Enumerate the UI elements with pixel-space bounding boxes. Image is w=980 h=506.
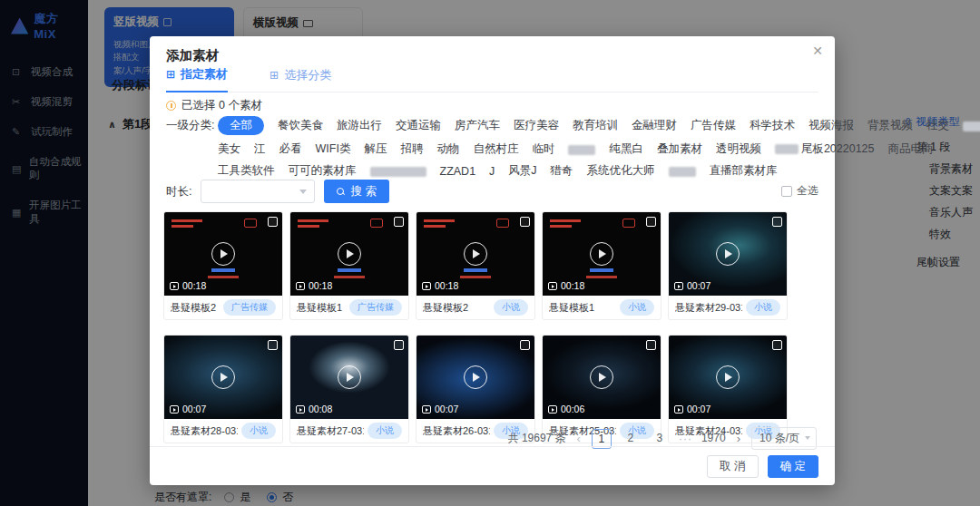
- category-chip[interactable]: 科学技术: [750, 118, 795, 133]
- card-checkbox[interactable]: [394, 217, 404, 227]
- video-thumbnail[interactable]: 00:07: [669, 212, 787, 296]
- card-checkbox[interactable]: [772, 340, 782, 350]
- prev-page-icon[interactable]: ‹: [575, 432, 583, 445]
- video-thumbnail[interactable]: 00:07: [164, 336, 282, 419]
- category-chip-redacted[interactable]: [370, 165, 426, 178]
- category-chip[interactable]: 解压: [364, 141, 387, 157]
- category-chip[interactable]: 尾板20220125: [775, 141, 875, 157]
- material-card[interactable]: 00:18悬疑模板2小说: [416, 211, 535, 320]
- play-icon[interactable]: [590, 242, 613, 266]
- next-page-icon[interactable]: ›: [735, 432, 742, 445]
- clip-icon: [296, 405, 305, 414]
- category-chip[interactable]: 旅游出行: [337, 118, 382, 133]
- category-chip[interactable]: 可可的素材库: [289, 163, 357, 179]
- card-checkbox[interactable]: [646, 217, 656, 227]
- tab-assign-material[interactable]: ⊞指定素材: [166, 66, 228, 92]
- close-icon[interactable]: ✕: [812, 44, 823, 58]
- category-row-1: 全部餐饮美食旅游出行交通运输房产汽车医疗美容教育培训金融理财广告传媒科学技术视频…: [218, 116, 818, 135]
- video-thumbnail[interactable]: 00:07: [669, 336, 787, 419]
- category-chip[interactable]: 房产汽车: [455, 118, 500, 133]
- category-chip[interactable]: 视频海报: [808, 118, 854, 133]
- category-chip[interactable]: J: [489, 165, 495, 178]
- play-icon[interactable]: [338, 365, 361, 389]
- category-chip[interactable]: 风景J: [508, 163, 536, 179]
- category-chip[interactable]: WIFI类: [316, 141, 351, 157]
- material-card[interactable]: 00:08悬疑素材27-0316小说: [289, 335, 409, 443]
- category-chip[interactable]: 叠加素材: [657, 141, 702, 157]
- category-chip[interactable]: ZZAD1: [440, 165, 476, 178]
- material-card[interactable]: 00:07悬疑素材28-0315小说: [163, 335, 283, 443]
- card-checkbox[interactable]: [772, 217, 782, 227]
- card-checkbox[interactable]: [394, 340, 404, 350]
- category-chip[interactable]: 交通运输: [396, 118, 441, 133]
- play-icon[interactable]: [590, 365, 613, 389]
- card-checkbox[interactable]: [268, 340, 278, 350]
- category-chip[interactable]: 纯黑白: [609, 141, 643, 157]
- category-chip[interactable]: 直播部素材库: [710, 163, 778, 179]
- category-chip[interactable]: 全部: [218, 116, 264, 135]
- duration-badge: 00:18: [548, 280, 584, 291]
- category-chip[interactable]: 餐饮美食: [278, 118, 323, 133]
- category-chip[interactable]: 广告传媒: [691, 118, 736, 133]
- category-chip[interactable]: 临时: [532, 141, 554, 157]
- clip-icon: [422, 405, 431, 414]
- category-chip-redacted[interactable]: [669, 165, 696, 178]
- duration-select[interactable]: [201, 180, 315, 203]
- play-icon[interactable]: [464, 242, 487, 266]
- material-card[interactable]: 00:18悬疑模板1小说: [542, 211, 662, 320]
- category-chip[interactable]: 背景视频: [867, 118, 913, 133]
- category-chip[interactable]: 商品电商: [888, 141, 934, 157]
- play-icon[interactable]: [338, 242, 361, 266]
- category-chip[interactable]: 社交: [926, 118, 949, 133]
- material-card[interactable]: 00:18悬疑模板2广告传媒: [163, 211, 283, 320]
- cancel-button[interactable]: 取 消: [707, 455, 758, 478]
- select-all-checkbox[interactable]: [781, 186, 792, 197]
- category-tag: 小说: [368, 423, 402, 439]
- video-thumbnail[interactable]: 00:18: [290, 212, 408, 296]
- confirm-button[interactable]: 确 定: [768, 455, 818, 478]
- play-icon[interactable]: [211, 242, 235, 266]
- video-thumbnail[interactable]: 00:07: [416, 336, 534, 419]
- category-chip[interactable]: 招聘: [400, 141, 423, 157]
- play-icon[interactable]: [716, 242, 740, 266]
- category-chip[interactable]: 工具类软件: [218, 163, 275, 179]
- category-chip[interactable]: 医疗美容: [514, 118, 559, 133]
- category-tag: 小说: [494, 299, 528, 316]
- category-chip[interactable]: 江: [254, 141, 266, 157]
- material-card[interactable]: 00:07悬疑素材29-0315小说: [668, 211, 788, 320]
- category-chip[interactable]: 猎奇: [551, 163, 573, 179]
- category-chip[interactable]: 教育培训: [573, 118, 618, 133]
- category-chip[interactable]: 美女: [218, 141, 240, 157]
- category-chip[interactable]: 动物: [436, 141, 459, 157]
- category-chip-redacted[interactable]: [963, 120, 980, 132]
- category-chip[interactable]: 透明视频: [716, 141, 761, 157]
- card-checkbox[interactable]: [520, 217, 530, 227]
- category-chip[interactable]: 系统优化大师: [587, 163, 655, 179]
- card-checkbox[interactable]: [646, 340, 656, 350]
- search-button[interactable]: 搜 索: [324, 180, 388, 203]
- play-icon[interactable]: [716, 365, 740, 389]
- play-icon[interactable]: [211, 365, 235, 389]
- category-chip[interactable]: 必看: [279, 141, 302, 157]
- video-thumbnail[interactable]: 00:08: [290, 336, 408, 419]
- material-grid: 00:18悬疑模板2广告传媒00:18悬疑模板1广告传媒00:18悬疑模板2小说…: [163, 211, 788, 443]
- card-checkbox[interactable]: [268, 217, 278, 227]
- duration-badge: 00:18: [296, 280, 332, 291]
- category-chip[interactable]: 金融理财: [632, 118, 677, 133]
- video-thumbnail[interactable]: 00:06: [543, 336, 661, 419]
- redacted-blur: [963, 122, 980, 131]
- play-icon[interactable]: [464, 365, 487, 389]
- tab-choose-category[interactable]: ⊞选择分类: [270, 66, 331, 92]
- video-thumbnail[interactable]: 00:18: [416, 212, 534, 296]
- search-row: 时长: 搜 索: [166, 180, 389, 203]
- category-chip[interactable]: 自然村庄: [473, 141, 518, 157]
- select-all[interactable]: 全选: [781, 183, 818, 199]
- video-thumbnail[interactable]: 00:18: [164, 212, 282, 296]
- card-checkbox[interactable]: [520, 340, 530, 350]
- category-chip-redacted[interactable]: [568, 143, 595, 156]
- thumb-decor: [338, 268, 361, 272]
- material-card[interactable]: 00:18悬疑模板1广告传媒: [289, 211, 409, 320]
- add-material-modal: 添加素材 ✕ ⊞指定素材⊞选择分类 已选择 0 个素材 一级分类: 全部餐饮美食…: [150, 36, 835, 485]
- video-thumbnail[interactable]: 00:18: [543, 212, 661, 296]
- duration-text: 00:18: [435, 280, 458, 291]
